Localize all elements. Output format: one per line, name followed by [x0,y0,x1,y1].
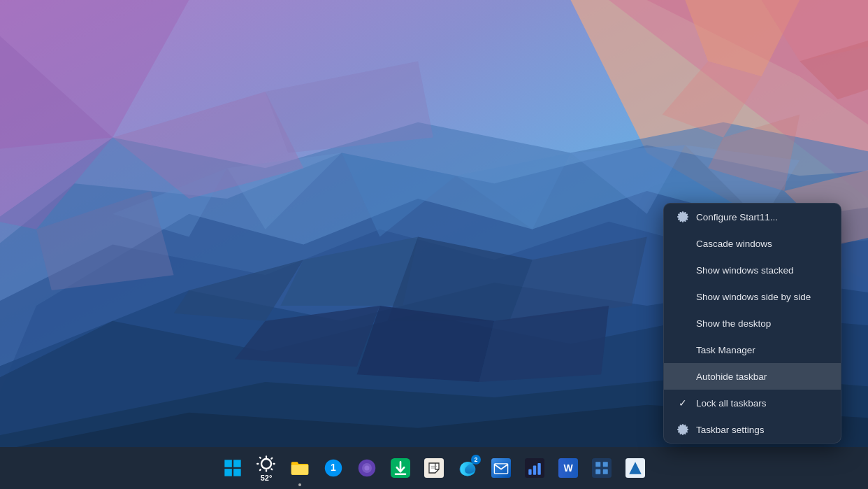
menu-item-cascade-windows-label: Cascade windows [696,239,772,249]
app5-button[interactable] [352,453,382,483]
check-icon: ✓ [677,397,689,409]
menu-item-show-windows-side-by-side[interactable]: Show windows side by side [664,283,841,310]
edge-button[interactable]: 2 [452,453,483,483]
gear-icon-2 [677,423,689,436]
1password-icon: 1 [324,458,343,478]
folder-icon [290,458,310,478]
notion-button[interactable] [419,453,449,483]
notion-icon [424,458,444,478]
grid-app-icon [592,458,612,478]
gear-icon [677,211,689,223]
menu-item-autohide-taskbar[interactable]: Autohide taskbar [664,363,841,390]
no-icon [677,343,689,356]
svg-point-44 [365,466,370,471]
word-button[interactable]: W [553,453,584,483]
no-icon [677,264,689,276]
menu-item-lock-all-taskbars[interactable]: ✓ Lock all taskbars [664,390,841,416]
app12-button[interactable] [586,453,617,483]
menu-item-taskbar-settings[interactable]: Taskbar settings [664,416,841,443]
menu-item-lock-all-taskbars-label: Lock all taskbars [696,398,767,409]
no-icon [677,290,689,303]
app13-button[interactable] [620,453,651,483]
menu-item-configure-start11-label: Configure Start11... [696,212,778,222]
svg-rect-51 [528,469,531,475]
menu-item-configure-start11[interactable]: Configure Start11... [664,204,841,230]
svg-rect-37 [233,460,241,467]
svg-rect-38 [224,469,232,476]
menu-item-show-windows-side-by-side-label: Show windows side by side [696,292,811,302]
chart-icon [525,458,544,478]
menu-item-show-windows-stacked[interactable]: Show windows stacked [664,257,841,283]
menu-item-taskbar-settings-label: Taskbar settings [696,425,765,435]
svg-rect-52 [533,466,536,475]
taskbar-dot [298,483,301,486]
menu-item-show-desktop[interactable]: Show the desktop [664,310,841,336]
chart-button[interactable] [519,453,550,483]
menu-item-show-desktop-label: Show the desktop [696,318,771,329]
svg-rect-53 [537,463,540,475]
context-menu: Configure Start11... Cascade windows Sho… [663,203,841,444]
taskbar: 52° 1 [0,447,868,489]
purple-app-icon [357,458,377,478]
svg-rect-58 [603,462,608,467]
menu-item-show-windows-stacked-label: Show windows stacked [696,265,794,276]
svg-rect-59 [595,469,600,474]
no-icon [677,317,689,329]
menu-item-cascade-windows[interactable]: Cascade windows [664,230,841,257]
green-app-icon [391,458,410,478]
svg-rect-39 [233,469,241,476]
svg-rect-36 [224,460,232,467]
svg-rect-60 [603,469,608,474]
svg-text:W: W [563,462,573,474]
file-explorer-button[interactable] [284,453,315,483]
svg-text:1: 1 [331,462,336,473]
menu-item-task-manager[interactable]: Task Manager [664,336,841,363]
menu-item-task-manager-label: Task Manager [696,345,755,355]
no-icon [677,370,689,383]
svg-rect-56 [592,458,612,478]
weather-icon [256,454,276,474]
temperature-display: 52° [261,474,273,482]
start-button[interactable] [217,453,248,483]
mail-icon [491,458,511,478]
svg-rect-57 [595,462,600,467]
1password-button[interactable]: 1 [318,453,349,483]
mail-button[interactable] [486,453,516,483]
windows-logo-icon [223,458,243,478]
word-icon: W [558,458,578,478]
app6-button[interactable] [385,453,416,483]
menu-item-autohide-taskbar-label: Autohide taskbar [696,371,767,382]
no-icon [677,237,689,250]
up-arrow-app-icon [625,458,645,478]
weather-widget[interactable]: 52° [251,453,282,483]
edge-badge: 2 [471,455,481,465]
